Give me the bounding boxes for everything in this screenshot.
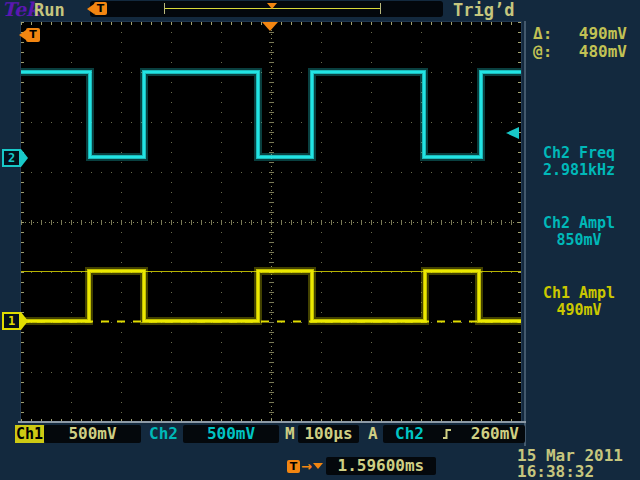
left-arrow-icon xyxy=(87,4,94,14)
measurement-value: 850mV xyxy=(520,232,638,249)
left-arrow-icon xyxy=(19,30,26,40)
graticule-bottom-edge xyxy=(18,421,526,423)
trigger-readout: Ch2 260mV xyxy=(383,425,525,443)
ch1-scale: 500mV xyxy=(44,425,141,443)
at-value: 480mV xyxy=(579,42,627,60)
trigger-level: 260mV xyxy=(471,425,519,443)
acquisition-state: Run xyxy=(34,0,65,20)
ch2-badge: Ch2 xyxy=(149,425,178,443)
delta-value: 490mV xyxy=(579,24,627,42)
measurement-label: Ch2 Freq xyxy=(520,145,638,162)
trigger-state: Trig’d xyxy=(453,0,514,20)
triangle-down-icon xyxy=(267,3,277,9)
waveform-display xyxy=(20,21,522,423)
at-label: @: xyxy=(533,42,552,60)
triangle-down-icon xyxy=(313,463,323,469)
delay-value: 1.59600ms xyxy=(326,457,436,475)
trigger-t-flag-icon: T xyxy=(26,28,40,42)
ch2-marker-tip xyxy=(21,149,28,167)
timebase-scale: 100µs xyxy=(298,425,359,443)
time-text: 16:38:32 xyxy=(500,464,637,480)
ch1-badge: Ch1 xyxy=(15,425,44,443)
trigger-t-flag-icon: T xyxy=(287,460,300,473)
right-arrow-icon: → xyxy=(301,459,312,474)
ch2-marker-label: 2 xyxy=(2,149,21,167)
measurement-ch1-ampl: Ch1 Ampl 490mV xyxy=(520,285,638,319)
trigger-t-flag-icon: T xyxy=(94,2,107,15)
cursor-at-readout: @: 480mV xyxy=(533,42,627,60)
trigger-a-label: A xyxy=(368,425,378,443)
measurement-ch2-freq: Ch2 Freq 2.981kHz xyxy=(520,145,638,179)
ch2-ground-marker: 2 xyxy=(2,149,28,167)
measurement-label: Ch2 Ampl xyxy=(520,215,638,232)
measurement-value: 2.981kHz xyxy=(520,162,638,179)
ch1-marker-label: 1 xyxy=(2,312,21,330)
trigger-time-marker-icon xyxy=(262,22,278,31)
timebase-label: M xyxy=(285,425,295,443)
measurement-value: 490mV xyxy=(520,302,638,319)
measurement-label: Ch1 Ampl xyxy=(520,285,638,302)
delta-label: Δ: xyxy=(533,24,552,42)
ch1-ground-marker: 1 xyxy=(2,312,28,330)
record-window-bracket xyxy=(164,3,381,14)
ch1-marker-tip xyxy=(21,312,28,330)
scope-plot xyxy=(21,22,521,422)
trigger-source: Ch2 xyxy=(395,425,424,443)
trigger-level-arrow-icon xyxy=(506,127,519,139)
rising-edge-icon xyxy=(441,427,454,441)
ch2-scale: 500mV xyxy=(183,425,279,443)
delay-readout: T → 1.59600ms xyxy=(287,457,436,475)
cursor-delta-readout: Δ: 490mV xyxy=(533,24,627,42)
datetime: 15 Mar 2011 16:38:32 xyxy=(500,448,637,480)
trigger-position-bar: T xyxy=(90,1,443,17)
measurement-ch2-ampl: Ch2 Ampl 850mV xyxy=(520,215,638,249)
